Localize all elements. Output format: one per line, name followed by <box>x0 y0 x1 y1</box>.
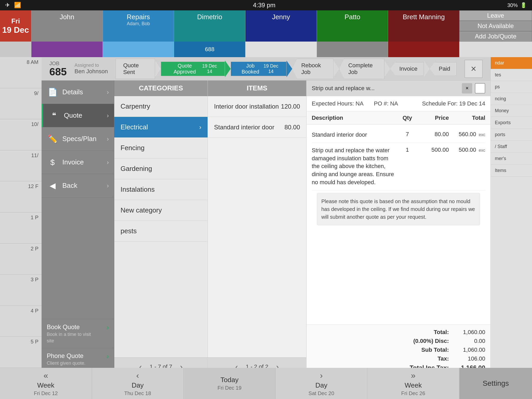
nav-week-prev[interactable]: « Week Fri Dec 12 <box>0 368 92 399</box>
day-date: 19 Dec <box>2 25 29 35</box>
staff-col-brett[interactable]: Brett Manning <box>388 10 459 42</box>
staff-name-dimetrio: Dimetrio <box>197 13 222 21</box>
line-total-strip-out: 500.00 exc <box>449 147 485 153</box>
event-right <box>459 42 532 57</box>
stage-arrow-1 <box>155 61 161 77</box>
category-instalations[interactable]: Instalations <box>114 179 208 200</box>
line-desc-standard-door: Standard interior door <box>312 131 397 139</box>
settings-button[interactable]: Settings <box>459 368 532 399</box>
stage-invoice[interactable]: Invoice <box>390 62 424 76</box>
col-price-header: Price <box>418 115 449 121</box>
detail-checkbox[interactable] <box>475 83 485 94</box>
right-cal-exports[interactable]: Exports <box>491 117 532 129</box>
nav-day-next[interactable]: › Day Sat Dec 20 <box>276 368 368 399</box>
quote-arrow: › <box>107 112 109 119</box>
sidebar-item-invoice[interactable]: $ Invoice › <box>42 151 114 174</box>
right-cal-tes[interactable]: tes <box>491 69 532 81</box>
detail-close-button[interactable]: × <box>462 83 472 94</box>
sidebar-item-back[interactable]: ◀ Back › <box>42 174 114 197</box>
staff-col-john[interactable]: John <box>31 10 103 42</box>
right-cal-ports[interactable]: ports <box>491 129 532 141</box>
event-cell-dimetrio[interactable]: 688 <box>174 42 245 57</box>
right-cal-money[interactable]: Money <box>491 105 532 117</box>
right-cal-staff[interactable]: / Staff <box>491 141 532 153</box>
assigned-label: Assigned to <box>75 63 108 68</box>
event-cell-brett[interactable] <box>388 42 459 57</box>
category-carpentry[interactable]: Carpentry <box>114 96 208 117</box>
nav-day-prev[interactable]: ‹ Day Thu Dec 18 <box>92 368 184 399</box>
right-cal-items[interactable]: Items <box>491 165 532 177</box>
category-fencing[interactable]: Fencing <box>114 138 208 158</box>
item-row-standard-door[interactable]: Standard interior door 80.00 <box>208 117 306 138</box>
disc-value: 0.00 <box>454 338 485 344</box>
close-button[interactable]: × <box>464 60 483 78</box>
week-prev-icon: « <box>43 371 48 380</box>
stage-quote-sent[interactable]: Quote Sent <box>116 59 155 79</box>
staff-col-jenny[interactable]: Jenny <box>245 10 317 42</box>
line-item-strip-out[interactable]: Strip out and replace the water damaged … <box>312 143 485 190</box>
sidebar-item-specs[interactable]: ✏️ Specs/Plan › <box>42 127 114 151</box>
right-cal-ncing[interactable]: ncing <box>491 93 532 105</box>
right-cal-ps[interactable]: ps <box>491 81 532 93</box>
category-pests[interactable]: pests <box>114 221 208 242</box>
category-list: Carpentry Electrical › Fencing Gardening… <box>114 96 208 357</box>
category-gardening[interactable]: Gardening <box>114 158 208 179</box>
right-cal-calendar[interactable]: ndar <box>491 57 532 69</box>
stage-rebook[interactable]: Rebook Job <box>292 59 334 79</box>
day-prev-icon: ‹ <box>136 371 139 380</box>
main-panel: JOB 685 Assigned to Ben Johnson Quote Se… <box>42 57 490 399</box>
time-12: 12 F <box>0 181 42 212</box>
staff-col-repairs[interactable]: Repairs Adam, Bob <box>103 10 174 42</box>
line-item-standard-door[interactable]: Standard interior door 7 80.00 560.00 ex… <box>312 127 485 143</box>
po-number: PO #: NA <box>374 100 398 107</box>
stage-job-booked[interactable]: Job Booked 19 Dec 14 <box>231 62 286 76</box>
detail-panel: Strip out and replace w... × Expected Ho… <box>307 81 490 399</box>
items-header: ITEMS <box>208 81 306 96</box>
event-cell-john[interactable] <box>31 42 103 57</box>
category-electrical[interactable]: Electrical › <box>114 117 208 138</box>
detail-table-header: Description Qty Price Total <box>307 111 490 125</box>
current-day: Fri 19 Dec <box>0 10 31 42</box>
items-list: Interior door installation 120.00 Standa… <box>208 96 306 357</box>
col-total-header: Total <box>449 115 485 121</box>
item-price-door-install: 120.00 <box>279 103 300 110</box>
nav-week-next[interactable]: » Week Fri Dec 26 <box>367 368 459 399</box>
right-cal-mers[interactable]: mer's <box>491 153 532 165</box>
event-cell-patto[interactable] <box>317 42 388 57</box>
battery-icon: 🔋 <box>520 2 527 8</box>
category-new[interactable]: New category <box>114 200 208 221</box>
sidebar-item-quote[interactable]: ❝ Quote › <box>42 104 114 127</box>
event-cell-repairs[interactable] <box>103 42 174 57</box>
cat-name-electrical: Electrical <box>121 123 148 131</box>
job-assigned-info: Assigned to Ben Johnson <box>75 63 108 75</box>
staff-col-patto[interactable]: Patto <box>317 10 388 42</box>
phone-quote-title: Phone Quote <box>47 352 109 360</box>
staff-columns: John Repairs Adam, Bob Dimetrio Jenny Pa… <box>31 10 459 42</box>
time-column: 8 AM 9/ 10/ 11/ 12 F 1 P 2 P 3 P 4 P 5 P <box>0 57 42 368</box>
time-11: 11/ <box>0 150 42 182</box>
job-header: JOB 685 Assigned to Ben Johnson Quote Se… <box>42 57 490 81</box>
book-quote-action[interactable]: › Book Quote Book in a time to visit sit… <box>42 319 114 348</box>
item-row-door-install[interactable]: Interior door installation 120.00 <box>208 96 306 117</box>
sidebar-item-details[interactable]: 📄 Details › <box>42 81 114 104</box>
week-next-icon: » <box>411 371 416 380</box>
staff-sub-repairs: Adam, Bob <box>127 21 150 26</box>
event-cell-jenny[interactable] <box>245 42 317 57</box>
leave-button[interactable]: Leave <box>459 10 532 21</box>
specs-label: Specs/Plan <box>62 135 97 143</box>
right-sidebar-calendar: ndar tes ps ncing Money Exports ports / … <box>490 57 532 368</box>
left-sidebar: 📄 Details › ❝ Quote › ✏️ Specs/Plan › $ … <box>42 81 114 399</box>
not-available-button[interactable]: Not Available <box>459 21 532 31</box>
stage-complete[interactable]: Complete Job <box>339 59 385 79</box>
subtotal-label: Sub Total: <box>397 347 449 353</box>
stage-quote-approved[interactable]: Quote Approved 19 Dec 14 <box>161 62 225 76</box>
detail-header: Strip out and replace w... × <box>307 81 490 96</box>
back-icon: ◀ <box>47 180 58 191</box>
add-job-quote-button[interactable]: Add Job/Quote <box>459 31 532 42</box>
nav-today[interactable]: Today Fri Dec 19 <box>184 368 276 399</box>
time-2: 2 P <box>0 244 42 275</box>
quote-label: Quote <box>64 111 82 119</box>
phone-quote-sub1: Client given quote. <box>47 361 109 366</box>
staff-col-dimetrio[interactable]: Dimetrio <box>174 10 245 42</box>
stage-paid[interactable]: Paid <box>430 62 457 76</box>
